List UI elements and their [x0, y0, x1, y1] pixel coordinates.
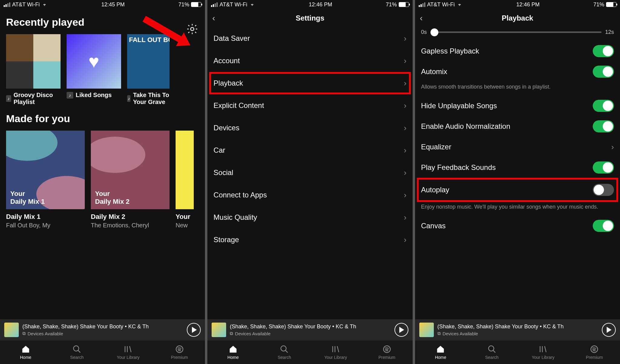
daily-mix-tile[interactable]: Your Daily Mix 2 Daily Mix 2 The Emotion… [91, 131, 170, 229]
devices-icon: ⧉ [22, 331, 26, 336]
toggle-switch[interactable] [593, 45, 614, 57]
playback-settings: 0s 12s Gapless PlaybackAutomixAllows smo… [415, 27, 620, 319]
page-title: Settings [296, 14, 325, 22]
section-title-recent: Recently played [6, 16, 199, 28]
header: ‹ Playback [415, 9, 620, 27]
tab-library[interactable]: Your Library [310, 340, 361, 364]
now-playing-bar[interactable]: (Shake, Shake, Shake) Shake Your Booty •… [415, 319, 620, 340]
slider-max: 12s [605, 29, 614, 35]
tab-search[interactable]: Search [466, 340, 517, 364]
playlist-icon: ♪ [6, 95, 11, 102]
status-bar: AT&T Wi-Fi 12:46 PM 71% [207, 0, 412, 9]
crossfade-slider[interactable] [430, 31, 602, 33]
wifi-icon [249, 2, 255, 7]
settings-row-playback[interactable]: Playback› [209, 72, 411, 94]
chevron-right-icon: › [404, 79, 407, 88]
toggle-switch[interactable] [593, 220, 614, 232]
svg-point-1 [74, 346, 79, 351]
made-for-you-row: Your Daily Mix 1 Daily Mix 1 Fall Out Bo… [6, 131, 199, 229]
toggle-switch[interactable] [593, 184, 614, 196]
back-button[interactable]: ‹ [212, 13, 215, 23]
tab-premium[interactable]: Premium [154, 340, 205, 364]
recently-played-row: ♪Groovy Disco Playlist ♥ ♪Liked Songs FA… [6, 34, 199, 106]
clock: 12:46 PM [516, 2, 539, 8]
toggle-switch[interactable] [593, 100, 614, 112]
header: ‹ Settings [207, 9, 412, 27]
back-button[interactable]: ‹ [420, 13, 423, 23]
settings-row-music-quality[interactable]: Music Quality› [213, 206, 406, 229]
tab-search[interactable]: Search [51, 340, 102, 364]
track-title: (Shake, Shake, Shake) Shake Your Booty •… [22, 323, 183, 330]
svg-point-0 [191, 28, 194, 31]
clock: 12:45 PM [101, 2, 125, 8]
setting-canvas[interactable]: Canvas [421, 216, 614, 236]
setting-description: Allows smooth transitions between songs … [421, 83, 614, 91]
settings-row-explicit-content[interactable]: Explicit Content› [213, 94, 406, 117]
tab-search[interactable]: Search [259, 340, 310, 364]
settings-list: Data Saver›Account›Playback›Explicit Con… [207, 27, 412, 319]
settings-row-devices[interactable]: Devices› [213, 117, 406, 139]
now-playing-bar[interactable]: (Shake, Shake, Shake) Shake Your Booty •… [207, 319, 412, 340]
tab-home[interactable]: Home [415, 340, 466, 364]
tab-premium[interactable]: Premium [361, 340, 412, 364]
daily-mix-tile[interactable]: Your Daily Mix 1 Daily Mix 1 Fall Out Bo… [6, 131, 85, 229]
setting-enable-audio-normalization[interactable]: Enable Audio Normalization [421, 116, 614, 137]
settings-row-car[interactable]: Car› [213, 139, 406, 161]
tab-premium[interactable]: Premium [569, 340, 620, 364]
tab-library[interactable]: Your Library [517, 340, 569, 364]
chevron-right-icon: › [404, 168, 407, 177]
heart-icon: ♥ [88, 51, 99, 72]
devices-icon: ⧉ [437, 331, 441, 336]
settings-row-connect-to-apps[interactable]: Connect to Apps› [213, 184, 406, 206]
svg-point-5 [488, 346, 494, 351]
status-bar: AT&T Wi-Fi 12:46 PM 71% [415, 0, 620, 9]
gear-icon[interactable] [186, 23, 198, 35]
settings-row-social[interactable]: Social› [213, 161, 406, 184]
battery-icon [399, 2, 409, 7]
album-tile[interactable]: FALL OUT BOY ♪Take This To Your Grave [127, 34, 170, 106]
setting-automix[interactable]: Automix [421, 61, 614, 82]
phone-home: AT&T Wi-Fi 12:45 PM 71% Recently played … [0, 0, 205, 364]
tab-home[interactable]: Home [207, 340, 259, 364]
chevron-right-icon: › [404, 235, 407, 245]
chevron-right-icon: › [404, 34, 407, 43]
slider-min: 0s [421, 29, 427, 35]
settings-row-storage[interactable]: Storage› [213, 229, 406, 251]
now-playing-bar[interactable]: (Shake, Shake, Shake) Shake Your Booty •… [0, 319, 205, 340]
setting-gapless-playback[interactable]: Gapless Playback [421, 41, 614, 61]
settings-row-data-saver[interactable]: Data Saver› [213, 27, 406, 50]
track-art [212, 323, 226, 337]
devices-icon: ⧉ [230, 331, 233, 336]
wifi-icon [41, 2, 48, 7]
phone-settings: AT&T Wi-Fi 12:46 PM 71% ‹ Settings Data … [207, 0, 412, 364]
phone-playback: AT&T Wi-Fi 12:46 PM 71% ‹ Playback 0s 12… [415, 0, 620, 364]
tab-home[interactable]: Home [0, 340, 51, 364]
toggle-switch[interactable] [593, 66, 614, 78]
play-button[interactable] [602, 323, 616, 337]
setting-equalizer[interactable]: Equalizer› [421, 137, 614, 157]
battery-pct: 71% [178, 2, 189, 8]
chevron-right-icon: › [404, 123, 407, 133]
setting-play-feedback-sounds[interactable]: Play Feedback Sounds [421, 157, 614, 178]
tab-library[interactable]: Your Library [103, 340, 154, 364]
battery-icon [191, 2, 201, 7]
chevron-right-icon: › [404, 101, 407, 110]
play-button[interactable] [394, 323, 408, 337]
signal-icon [419, 2, 425, 7]
tab-bar: Home Search Your Library Premium [0, 340, 205, 364]
setting-autoplay[interactable]: Autoplay [421, 180, 614, 200]
playlist-tile[interactable]: ♪Groovy Disco Playlist [6, 34, 61, 106]
settings-row-account[interactable]: Account› [213, 50, 406, 72]
setting-description: Enjoy nonstop music. We'll play you simi… [421, 203, 614, 211]
crossfade-slider-row: 0s 12s [421, 27, 614, 41]
play-button[interactable] [187, 323, 201, 337]
toggle-switch[interactable] [593, 120, 614, 132]
setting-hide-unplayable-songs[interactable]: Hide Unplayable Songs [421, 96, 614, 116]
daily-mix-tile[interactable]: D Your New [176, 131, 194, 229]
track-art [4, 323, 19, 337]
carrier-label: AT&T Wi-Fi [12, 2, 40, 8]
chevron-right-icon: › [404, 146, 407, 155]
toggle-switch[interactable] [593, 161, 614, 174]
battery-icon [606, 2, 616, 7]
liked-songs-tile[interactable]: ♥ ♪Liked Songs [67, 34, 121, 106]
